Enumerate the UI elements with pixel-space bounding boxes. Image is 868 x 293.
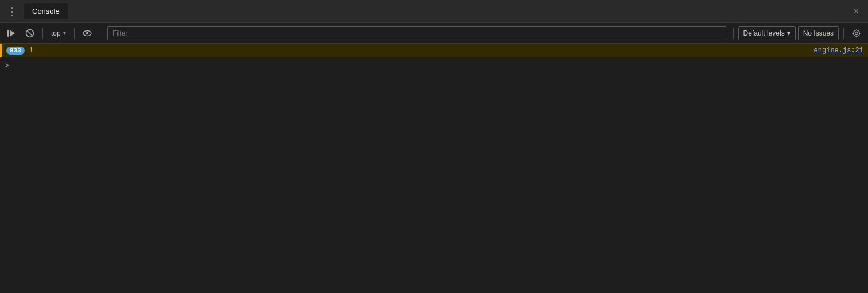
toolbar-divider-5 [843, 28, 844, 39]
title-bar: ⋮ Console × [0, 0, 868, 23]
toolbar-divider-4 [733, 28, 734, 39]
console-input-row: > [0, 57, 868, 74]
filter-input[interactable] [107, 26, 726, 40]
console-tab[interactable]: Console [24, 3, 68, 19]
console-warning-row: 933 ! engine.js:21 [0, 44, 868, 57]
settings-icon[interactable] [848, 25, 865, 41]
toolbar-divider-3 [100, 28, 100, 39]
no-issues-button[interactable]: No Issues [798, 26, 839, 40]
svg-line-3 [27, 30, 33, 36]
more-options-icon[interactable]: ⋮ [5, 3, 20, 20]
console-area: 933 ! engine.js:21 > [0, 44, 868, 293]
log-levels-label: Default levels [743, 29, 785, 37]
toolbar: top ▾ Default levels ▾ No Issues [0, 23, 868, 44]
execute-script-icon[interactable] [3, 25, 20, 41]
log-levels-arrow: ▾ [787, 29, 790, 37]
svg-marker-1 [10, 30, 15, 37]
title-bar-left: ⋮ Console [5, 3, 68, 20]
warning-row-left: 933 ! [6, 46, 34, 55]
svg-point-6 [855, 32, 858, 34]
log-levels-button[interactable]: Default levels ▾ [738, 26, 796, 40]
close-button[interactable]: × [849, 5, 863, 18]
live-expression-icon[interactable] [79, 25, 95, 41]
engine-link[interactable]: engine.js:21 [814, 47, 863, 55]
context-dropdown-arrow: ▾ [63, 30, 66, 36]
toolbar-divider-2 [74, 28, 75, 39]
context-label: top [51, 29, 61, 37]
clear-console-icon[interactable] [22, 25, 38, 41]
warning-exclamation: ! [29, 46, 34, 55]
no-issues-label: No Issues [803, 29, 834, 37]
prompt-arrow: > [5, 61, 9, 70]
svg-point-5 [86, 32, 88, 34]
svg-rect-0 [7, 30, 9, 37]
warning-count-badge: 933 [6, 47, 25, 55]
toolbar-divider-1 [42, 28, 43, 39]
context-selector[interactable]: top ▾ [48, 28, 69, 38]
console-input[interactable] [13, 61, 863, 70]
filter-input-wrapper [107, 26, 726, 40]
